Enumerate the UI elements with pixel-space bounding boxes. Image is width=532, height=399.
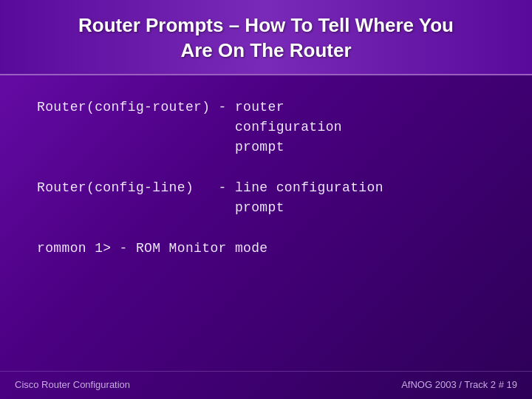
prompt-block-config-router: Router(config-router) - router configura… (37, 98, 495, 157)
content-area: Router(config-router) - router configura… (0, 75, 532, 371)
title-line2: Are On The Router (180, 39, 351, 61)
slide-title: Router Prompts – How To Tell Where You A… (30, 13, 502, 64)
prompt-block-config-line: Router(config-line) - line configuration… (37, 178, 495, 218)
prompt-line-rommon: rommon 1> - ROM Monitor mode (37, 239, 495, 259)
footer-right-label: AfNOG 2003 / Track 2 # 19 (401, 379, 517, 390)
prompt-line-config-router-2: configuration (37, 117, 495, 137)
slide-footer: Cisco Router Configuration AfNOG 2003 / … (0, 371, 532, 399)
prompt-line-config-line-1: Router(config-line) - line configuration (37, 178, 495, 198)
slide-container: Router Prompts – How To Tell Where You A… (0, 0, 532, 399)
prompt-line-config-router-1: Router(config-router) - router (37, 98, 495, 117)
prompt-line-config-router-3: prompt (37, 137, 495, 157)
prompt-line-config-line-2: prompt (37, 198, 495, 218)
prompt-block-rommon: rommon 1> - ROM Monitor mode (37, 239, 495, 259)
title-bar: Router Prompts – How To Tell Where You A… (0, 0, 532, 75)
footer-left-label: Cisco Router Configuration (15, 379, 130, 390)
title-line1: Router Prompts – How To Tell Where You (78, 14, 454, 36)
